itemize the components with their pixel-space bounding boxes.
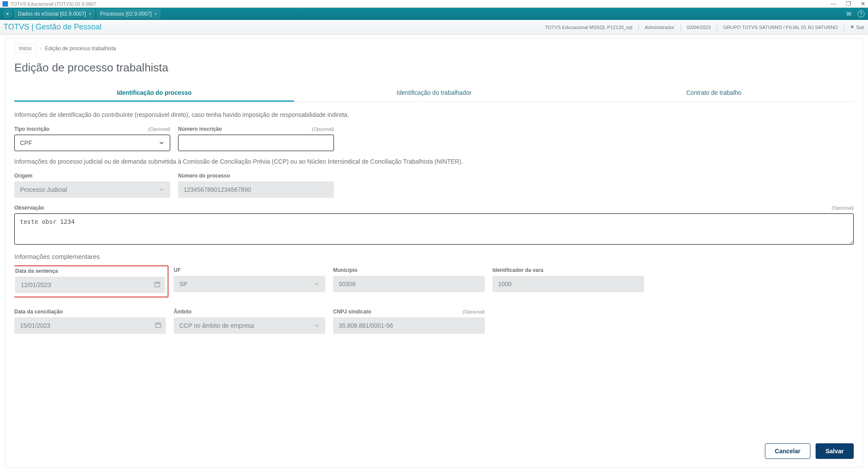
tipo-inscricao-select[interactable]: CPF — [14, 135, 170, 151]
form-footer: Cancelar Salvar — [14, 434, 854, 468]
window-controls: — ❐ ✕ — [831, 1, 865, 6]
field-tipo-inscricao: Tipo inscrição (Opcional) CPF — [14, 126, 170, 151]
main-card: Início › Edição de processo trabalhista … — [5, 38, 863, 468]
ribbon-tab-label: Processos [02.9.0007] — [100, 11, 152, 17]
mail-icon[interactable]: ✉ — [846, 10, 852, 17]
uf-label: UF — [174, 267, 181, 273]
window-maximize-icon[interactable]: ❐ — [846, 1, 851, 6]
observacao-label: Observação — [14, 205, 44, 211]
ribbon-tab-processos[interactable]: Processos [02.9.0007] × — [97, 10, 160, 18]
svg-rect-0 — [155, 282, 160, 287]
tab-contrato-trabalho[interactable]: Contrato de trabalho — [574, 84, 854, 101]
data-conciliacao-label: Data da conciliação — [14, 309, 63, 315]
calendar-icon — [155, 322, 162, 330]
observacao-textarea[interactable] — [14, 213, 854, 245]
window-minimize-icon[interactable]: — — [831, 1, 836, 6]
ambito-value: CCP no âmbito de empresa — [174, 317, 325, 334]
origem-select: Processo Judicial — [14, 181, 170, 198]
app-header: TOTVS | Gestão de Pessoal TOTVS Educacio… — [0, 20, 868, 35]
ident-vara-label: Identificador da vara — [492, 267, 543, 273]
window-title: TOTVS Educacional (TOTVS) 02.9.0007 — [10, 1, 96, 6]
numero-processo-value: 12345678901234567890 — [178, 181, 334, 198]
uf-value: SP — [174, 276, 325, 292]
section-processo-text: Informações do processo judicial ou de d… — [14, 158, 854, 165]
ambito-label: Âmbito — [174, 309, 191, 315]
user-label: Administrador — [645, 25, 674, 30]
ribbon-tab-esocial[interactable]: Dados do eSocial [02.9.0007] × — [15, 10, 94, 18]
field-data-conciliacao: Data da conciliação 15/01/2023 — [14, 309, 166, 334]
tab-identificacao-trabalhador[interactable]: Identificação do trabalhador — [294, 84, 574, 101]
field-numero-processo: Número do processo 12345678901234567890 — [178, 173, 334, 198]
field-numero-inscricao: Número inscrição (Opcional) — [178, 126, 334, 151]
help-icon[interactable]: ? — [858, 10, 865, 17]
ident-vara-value: 1000 — [492, 276, 644, 292]
section-complementares-head: Informações complementares — [14, 253, 854, 260]
close-icon: ✕ — [850, 24, 854, 30]
form-body: Informações de identificação do contribu… — [14, 102, 854, 344]
tab-identificacao-processo[interactable]: Identificação do processo — [14, 84, 294, 101]
optional-hint: (Opcional) — [148, 126, 170, 132]
highlight-data-sentenca: Data da sentença 12/01/2023 — [14, 265, 168, 297]
municipio-value: 50308 — [333, 276, 485, 292]
optional-hint: (Opcional) — [832, 205, 854, 210]
field-municipio: Município 50308 — [333, 267, 485, 302]
tabs: Identificação do processo Identificação … — [14, 84, 854, 102]
tipo-inscricao-value: CPF — [14, 135, 170, 151]
breadcrumb-home[interactable]: Início — [14, 44, 36, 53]
app-icon — [3, 1, 8, 6]
cnpj-sindicato-value: 35.808.881/0001-56 — [333, 317, 485, 334]
environment-label: TOTVS Educacional MSSQL P12133_sql — [545, 25, 632, 30]
field-identificador-vara: Identificador da vara 1000 — [492, 267, 644, 302]
window-close-icon[interactable]: ✕ — [861, 1, 865, 6]
ambito-select: CCP no âmbito de empresa — [174, 317, 325, 334]
window-titlebar: TOTVS Educacional (TOTVS) 02.9.0007 — ❐ … — [0, 0, 868, 8]
uf-select: SP — [174, 276, 325, 292]
breadcrumb-current: Edição de processo trabalhista — [45, 45, 116, 52]
date-label: 03/04/2023 — [687, 25, 711, 30]
origem-value: Processo Judicial — [14, 181, 170, 198]
brand-title: TOTVS | Gestão de Pessoal — [3, 23, 101, 32]
breadcrumb: Início › Edição de processo trabalhista — [14, 44, 854, 53]
page-title: Edição de processo trabalhista — [14, 61, 854, 74]
optional-hint: (Opcional) — [312, 126, 334, 132]
field-uf: UF SP — [174, 267, 325, 302]
svg-rect-4 — [155, 323, 161, 328]
cancel-button[interactable]: Cancelar — [765, 443, 810, 459]
field-origem: Origem Processo Judicial — [14, 173, 170, 198]
content-area: Início › Edição de processo trabalhista … — [0, 35, 868, 468]
field-ambito: Âmbito CCP no âmbito de empresa — [174, 309, 325, 334]
company-label: GRUPO TOTVS SATURNO / FILIAL 01 RJ SATUR… — [723, 25, 838, 30]
origem-label: Origem — [14, 173, 32, 179]
tipo-inscricao-label: Tipo inscrição — [14, 126, 49, 132]
municipio-label: Município — [333, 267, 357, 273]
logout-label: Sair — [856, 25, 865, 30]
data-sentenca-value: 12/01/2023 — [15, 277, 165, 293]
ribbon-menu-icon[interactable] — [3, 10, 11, 18]
header-meta: TOTVS Educacional MSSQL P12133_sql Admin… — [545, 24, 865, 31]
data-sentenca-label: Data da sentença — [15, 268, 58, 274]
chevron-right-icon: › — [40, 45, 42, 52]
optional-hint: (Opcional) — [463, 309, 485, 314]
cnpj-sindicato-label: CNPJ sindicato — [333, 309, 371, 315]
calendar-icon — [154, 281, 161, 289]
numero-inscricao-input[interactable] — [178, 135, 334, 151]
data-conciliacao-value: 15/01/2023 — [14, 317, 166, 334]
field-data-sentenca: Data da sentença 12/01/2023 — [14, 267, 166, 302]
app-ribbon: Dados do eSocial [02.9.0007] × Processos… — [0, 8, 868, 20]
field-cnpj-sindicato: CNPJ sindicato (Opcional) 35.808.881/000… — [333, 309, 485, 334]
logout-button[interactable]: ✕ Sair — [850, 24, 865, 30]
close-icon[interactable]: × — [88, 11, 91, 16]
section-contribuinte-text: Informações de identificação do contribu… — [14, 111, 854, 118]
numero-processo-label: Número do processo — [178, 173, 230, 179]
save-button[interactable]: Salvar — [816, 443, 854, 459]
numero-inscricao-label: Número inscrição — [178, 126, 222, 132]
field-observacao: Observação (Opcional) — [14, 205, 854, 246]
close-icon[interactable]: × — [154, 11, 157, 16]
ribbon-tab-label: Dados do eSocial [02.9.0007] — [18, 11, 86, 17]
